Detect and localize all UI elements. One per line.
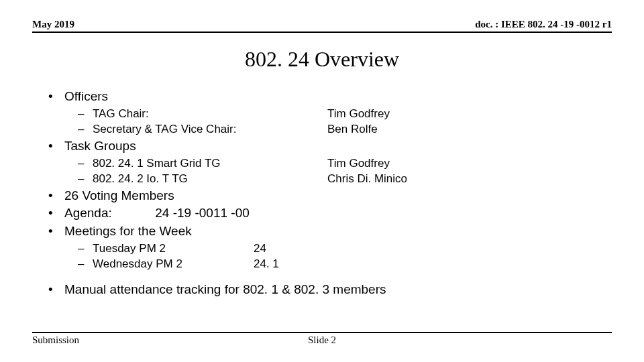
bullet-task-groups: Task Groups	[40, 138, 612, 155]
officer-role: TAG Chair:	[93, 107, 327, 121]
task-group-row: 802. 24. 1 Smart Grid TG Tim Godfrey	[40, 156, 612, 171]
slide-footer: Submission Slide 2	[32, 332, 612, 346]
header-doc-id: doc. : IEEE 802. 24 -19 -0012 r1	[475, 19, 612, 30]
officer-row: Secretary & TAG Vice Chair: Ben Rolfe	[40, 122, 612, 137]
meeting-row: Wednesday PM 2 24. 1	[40, 257, 612, 272]
slide-title: 802. 24 Overview	[0, 47, 644, 72]
officer-name: Tim Godfrey	[327, 107, 612, 121]
bullet-officers: Officers	[40, 88, 612, 105]
meeting-slot: Wednesday PM 2	[93, 257, 254, 272]
slide-body: Officers TAG Chair: Tim Godfrey Secretar…	[40, 87, 612, 300]
header-date: May 2019	[32, 19, 74, 30]
meeting-row: Tuesday PM 2 24	[40, 241, 612, 256]
officer-name: Ben Rolfe	[327, 122, 612, 137]
footer-left: Submission	[32, 335, 79, 346]
slide: May 2019 doc. : IEEE 802. 24 -19 -0012 r…	[0, 0, 644, 362]
task-group-name: 802. 24. 1 Smart Grid TG	[93, 156, 327, 171]
bullet-attendance-note: Manual attendance tracking for 802. 1 & …	[40, 282, 612, 298]
officer-role: Secretary & TAG Vice Chair:	[93, 122, 327, 137]
task-group-lead: Tim Godfrey	[327, 156, 612, 171]
officer-row: TAG Chair: Tim Godfrey	[40, 107, 612, 121]
bullet-agenda: Agenda: 24 -19 -0011 -00	[40, 205, 612, 222]
spacer	[40, 272, 612, 280]
footer-slide-number: Slide 2	[32, 335, 612, 346]
agenda-doc: 24 -19 -0011 -00	[155, 206, 250, 220]
meeting-slot: Tuesday PM 2	[93, 241, 254, 256]
meeting-group: 24	[254, 241, 612, 256]
slide-header: May 2019 doc. : IEEE 802. 24 -19 -0012 r…	[32, 19, 612, 33]
task-group-name: 802. 24. 2 Io. T TG	[93, 172, 327, 186]
task-group-row: 802. 24. 2 Io. T TG Chris Di. Minico	[40, 172, 612, 186]
bullet-voting-members: 26 Voting Members	[40, 188, 612, 204]
task-group-lead: Chris Di. Minico	[327, 172, 612, 186]
bullet-meetings: Meetings for the Week	[40, 223, 612, 240]
agenda-label: Agenda:	[64, 205, 152, 222]
meeting-group: 24. 1	[254, 257, 612, 272]
